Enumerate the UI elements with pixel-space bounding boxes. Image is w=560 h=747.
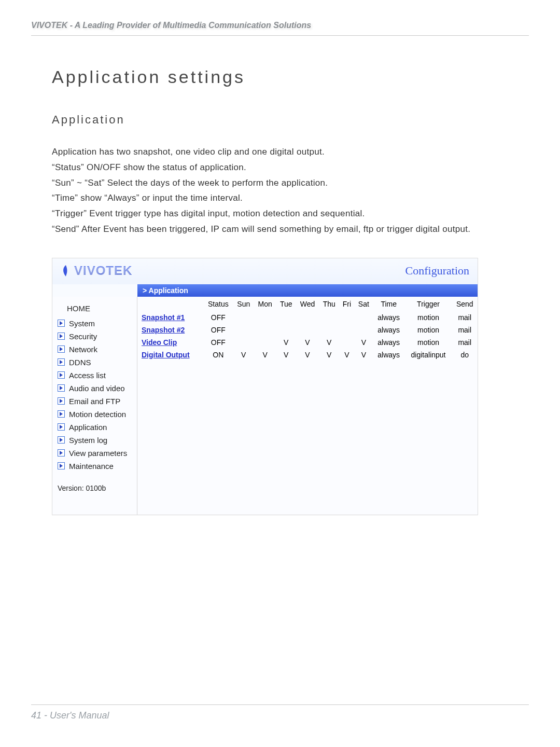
cell-status: OFF (203, 336, 233, 349)
table-row: Digital Output ON V V V V V V V always d (137, 349, 478, 361)
sidebar-item-ddns[interactable]: DDNS (52, 356, 137, 369)
page-number: 41 (31, 710, 41, 721)
header-tagline: VIVOTEK - A Leading Provider of Multimed… (31, 21, 529, 35)
cell-day (355, 324, 373, 336)
cell-day (355, 311, 373, 324)
sidebar-item-security[interactable]: Security (52, 330, 137, 343)
arrow-icon (58, 333, 65, 340)
sidebar-item-label: Network (69, 345, 97, 354)
cell-day (339, 311, 355, 324)
col-tue: Tue (276, 297, 296, 311)
cell-day: V (319, 349, 339, 361)
cell-day (296, 311, 319, 324)
brand-leaf-icon (61, 265, 71, 277)
arrow-icon (58, 397, 65, 405)
table-row: Snapshot #1 OFF always motion (137, 311, 478, 324)
col-sun: Sun (233, 297, 254, 311)
cell-send: mail (452, 336, 478, 349)
arrow-icon (58, 423, 65, 431)
cell-day (296, 324, 319, 336)
sidebar-item-label: Audio and video (69, 384, 125, 393)
arrow-icon (58, 358, 65, 366)
config-screenshot: VIVOTEK Configuration > Application HOME… (52, 258, 478, 515)
col-fri: Fri (339, 297, 355, 311)
cell-day: V (355, 336, 373, 349)
cell-day (233, 311, 254, 324)
col-blank (137, 297, 203, 311)
cell-time: always (373, 324, 405, 336)
sidebar-item-label: Access list (69, 371, 106, 380)
table-header-row: Status Sun Mon Tue Wed Thu Fri Sat Time … (137, 297, 478, 311)
sidebar-item-label: Security (69, 332, 97, 341)
arrow-icon (58, 436, 65, 444)
application-table: Status Sun Mon Tue Wed Thu Fri Sat Time … (137, 297, 478, 361)
sidebar-item-view-parameters[interactable]: View parameters (52, 447, 137, 460)
sidebar-item-email-ftp[interactable]: Email and FTP (52, 395, 137, 408)
arrow-icon (58, 384, 65, 392)
sidebar-item-system[interactable]: System (52, 317, 137, 330)
col-trigger: Trigger (405, 297, 452, 311)
cell-day (254, 324, 276, 336)
sidebar-item-motion-detection[interactable]: Motion detection (52, 408, 137, 421)
cell-send: mail (452, 324, 478, 336)
version-label: Version: 0100b (52, 473, 137, 492)
cell-status: OFF (203, 324, 233, 336)
cell-status: ON (203, 349, 233, 361)
arrow-icon (58, 345, 65, 353)
breadcrumb-bar: > Application (137, 284, 478, 297)
footer-sep: - (44, 710, 50, 721)
cell-time: always (373, 311, 405, 324)
sidebar-item-audio-video[interactable]: Audio and video (52, 382, 137, 395)
configuration-label: Configuration (405, 264, 469, 278)
cell-day (339, 324, 355, 336)
cell-status: OFF (203, 311, 233, 324)
sidebar-item-label: Application (69, 423, 107, 432)
row-link-snapshot-2[interactable]: Snapshot #2 (142, 326, 185, 334)
arrow-icon (58, 410, 65, 418)
cell-day: V (355, 349, 373, 361)
sidebar-item-label: Maintenance (69, 462, 114, 471)
cell-day (276, 324, 296, 336)
sidebar-item-label: View parameters (69, 449, 127, 458)
footer-divider (31, 704, 529, 705)
sidebar-item-system-log[interactable]: System log (52, 434, 137, 447)
col-mon: Mon (254, 297, 276, 311)
sidebar-item-maintenance[interactable]: Maintenance (52, 460, 137, 473)
cell-day: V (233, 349, 254, 361)
section-title: Application (52, 113, 508, 127)
cell-day (254, 336, 276, 349)
footer-label: User's Manual (50, 710, 109, 721)
paragraph: “Status” ON/OFF show the status of appli… (52, 160, 508, 175)
col-time: Time (373, 297, 405, 311)
cell-trigger: motion (405, 324, 452, 336)
row-link-video-clip[interactable]: Video Clip (142, 338, 177, 347)
paragraph: Application has two snapshot, one video … (52, 144, 508, 160)
cell-day: V (339, 349, 355, 361)
arrow-icon (58, 462, 65, 469)
row-link-digital-output[interactable]: Digital Output (142, 351, 190, 359)
cell-day: V (296, 336, 319, 349)
table-row: Snapshot #2 OFF always motion (137, 324, 478, 336)
col-thu: Thu (319, 297, 339, 311)
page-title: Application settings (52, 67, 508, 87)
arrow-icon (58, 449, 65, 457)
brand-name: VIVOTEK (74, 264, 132, 278)
body-text: Application has two snapshot, one video … (52, 144, 508, 237)
table-row: Video Clip OFF V V V V always motion (137, 336, 478, 349)
col-wed: Wed (296, 297, 319, 311)
cell-day (276, 311, 296, 324)
cell-send: mail (452, 311, 478, 324)
sidebar-item-application[interactable]: Application (52, 421, 137, 434)
cell-day (319, 324, 339, 336)
sidebar-home[interactable]: HOME (52, 302, 137, 317)
sidebar-item-label: Email and FTP (69, 397, 120, 406)
page-footer: 41 - User's Manual (0, 704, 560, 747)
sidebar-item-access-list[interactable]: Access list (52, 369, 137, 382)
sidebar-item-network[interactable]: Network (52, 343, 137, 356)
arrow-icon (58, 320, 65, 327)
screenshot-header: VIVOTEK Configuration (52, 258, 478, 284)
cell-time: always (373, 336, 405, 349)
cell-day: V (254, 349, 276, 361)
row-link-snapshot-1[interactable]: Snapshot #1 (142, 313, 185, 322)
brand: VIVOTEK (61, 264, 132, 278)
